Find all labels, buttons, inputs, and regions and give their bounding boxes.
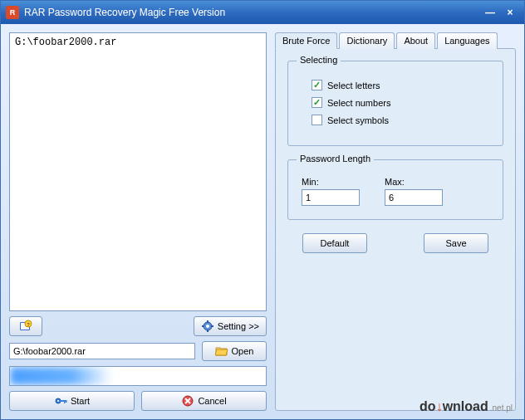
titlebar: R RAR Password Recovery Magic Free Versi…	[1, 1, 524, 24]
label-numbers: Select numbers	[327, 98, 390, 108]
close-button[interactable]: ×	[501, 5, 519, 20]
window-title: RAR Password Recovery Magic Free Version	[24, 7, 225, 18]
open-label: Open	[232, 346, 254, 356]
tab-about[interactable]: About	[396, 32, 435, 49]
setting-button[interactable]: Setting >>	[194, 316, 267, 336]
progress-bar	[9, 366, 267, 386]
tab-panel-brute-force: Selecting ✓ Select letters ✓ Select numb…	[275, 48, 516, 411]
start-label: Start	[71, 396, 90, 406]
file-list[interactable]: G:\foobar2000.rar	[9, 32, 267, 311]
max-label: Max:	[385, 177, 443, 187]
tab-languages[interactable]: Languages	[437, 32, 497, 49]
save-button[interactable]: Save	[424, 233, 488, 253]
progress-fill	[10, 367, 112, 385]
group-selecting: Selecting ✓ Select letters ✓ Select numb…	[287, 61, 503, 146]
app-icon: R	[6, 6, 19, 19]
checkbox-numbers[interactable]: ✓	[312, 97, 322, 108]
svg-point-11	[57, 400, 59, 402]
svg-text:?: ?	[27, 322, 30, 327]
file-list-item[interactable]: G:\foobar2000.rar	[15, 37, 261, 48]
group-length: Password Length Min: Max:	[287, 159, 503, 220]
tab-strip: Brute Force Dictionary About Languages	[275, 32, 516, 49]
tab-dictionary[interactable]: Dictionary	[339, 32, 395, 49]
group-selecting-title: Selecting	[297, 55, 341, 65]
label-symbols: Select symbols	[327, 115, 389, 125]
app-window: R RAR Password Recovery Magic Free Versi…	[0, 0, 525, 420]
min-label: Min:	[302, 177, 360, 187]
start-button[interactable]: Start	[9, 391, 135, 411]
setting-label: Setting >>	[218, 321, 259, 331]
cancel-label: Cancel	[198, 396, 226, 406]
book-help-icon: ?	[19, 320, 32, 333]
minimize-button[interactable]: —	[481, 5, 499, 20]
help-button[interactable]: ?	[9, 316, 42, 336]
path-input[interactable]	[9, 343, 195, 359]
watermark: do↓wnload.net.pl	[420, 399, 513, 414]
gear-icon	[201, 320, 214, 333]
min-input[interactable]	[302, 189, 360, 206]
left-pane: G:\foobar2000.rar ?	[9, 32, 267, 411]
right-pane: Brute Force Dictionary About Languages S…	[275, 32, 516, 411]
default-button[interactable]: Default	[302, 233, 367, 253]
key-icon	[54, 394, 67, 408]
cancel-button[interactable]: Cancel	[141, 391, 267, 411]
checkbox-symbols[interactable]	[312, 115, 322, 125]
folder-open-icon	[215, 344, 228, 358]
svg-rect-12	[60, 400, 66, 402]
max-input[interactable]	[385, 189, 443, 206]
cancel-icon	[181, 394, 194, 408]
group-length-title: Password Length	[297, 154, 374, 164]
client-area: G:\foobar2000.rar ?	[1, 24, 524, 419]
svg-point-5	[206, 325, 209, 328]
tab-brute-force[interactable]: Brute Force	[275, 32, 337, 49]
svg-rect-14	[66, 400, 67, 403]
checkbox-letters[interactable]: ✓	[312, 80, 322, 90]
svg-rect-13	[64, 400, 66, 403]
open-button[interactable]: Open	[202, 341, 267, 361]
label-letters: Select letters	[327, 81, 380, 90]
